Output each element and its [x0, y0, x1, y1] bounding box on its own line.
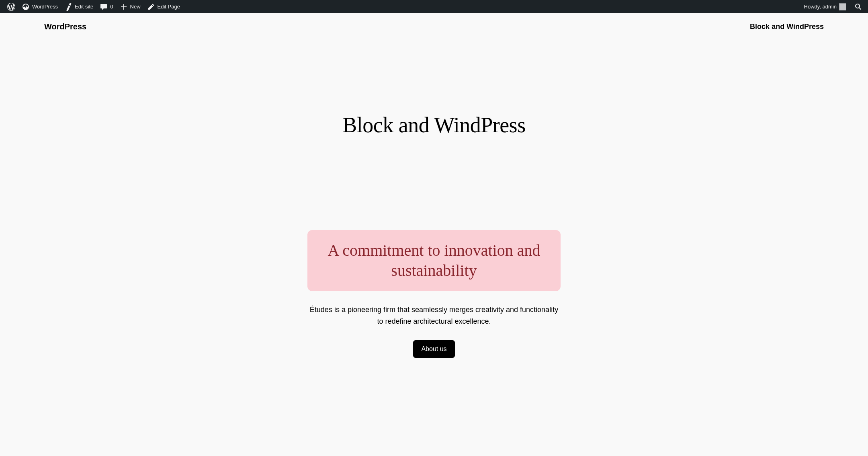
search-icon — [854, 3, 862, 11]
comments-menu[interactable]: 0 — [96, 0, 116, 13]
page-title: Block and WindPress — [8, 113, 860, 138]
edit-site-icon — [64, 3, 72, 11]
content-section: A commitment to innovation and sustainab… — [307, 230, 561, 358]
comment-icon — [100, 3, 108, 11]
site-header: WordPress Block and WindPress — [0, 13, 868, 40]
avatar — [839, 3, 846, 10]
admin-bar-right: Howdy, admin — [801, 0, 864, 13]
edit-site-label: Edit site — [75, 4, 93, 10]
callout-box: A commitment to innovation and sustainab… — [307, 230, 561, 291]
new-label: New — [130, 4, 141, 10]
dashboard-icon — [22, 3, 30, 11]
site-name-menu[interactable]: WordPress — [18, 0, 61, 13]
primary-nav: Block and WindPress — [750, 23, 824, 31]
account-menu[interactable]: Howdy, admin — [801, 0, 848, 13]
nav-item-block-windpress[interactable]: Block and WindPress — [750, 23, 824, 31]
plus-icon — [120, 3, 128, 11]
site-title[interactable]: WordPress — [44, 22, 86, 31]
hero-section: Block and WindPress — [0, 40, 868, 154]
callout-heading: A commitment to innovation and sustainab… — [323, 240, 545, 281]
page-content: WordPress Block and WindPress Block and … — [0, 13, 868, 358]
edit-page-label: Edit Page — [158, 4, 180, 10]
greeting-text: Howdy, admin — [804, 4, 837, 10]
admin-bar-left: WordPress Edit site 0 New Edit Page — [4, 0, 183, 13]
wp-admin-bar: WordPress Edit site 0 New Edit Page — [0, 0, 868, 13]
edit-site-menu[interactable]: Edit site — [61, 0, 96, 13]
site-name-label: WordPress — [32, 4, 58, 10]
pencil-icon — [147, 3, 155, 11]
wp-logo-menu[interactable] — [4, 0, 18, 13]
wordpress-logo-icon — [7, 3, 15, 11]
new-content-menu[interactable]: New — [117, 0, 144, 13]
description-text: Études is a pioneering firm that seamles… — [307, 304, 561, 327]
comments-count: 0 — [110, 4, 113, 10]
edit-page-menu[interactable]: Edit Page — [144, 0, 183, 13]
search-toggle[interactable] — [853, 0, 864, 13]
about-us-button[interactable]: About us — [413, 340, 454, 358]
